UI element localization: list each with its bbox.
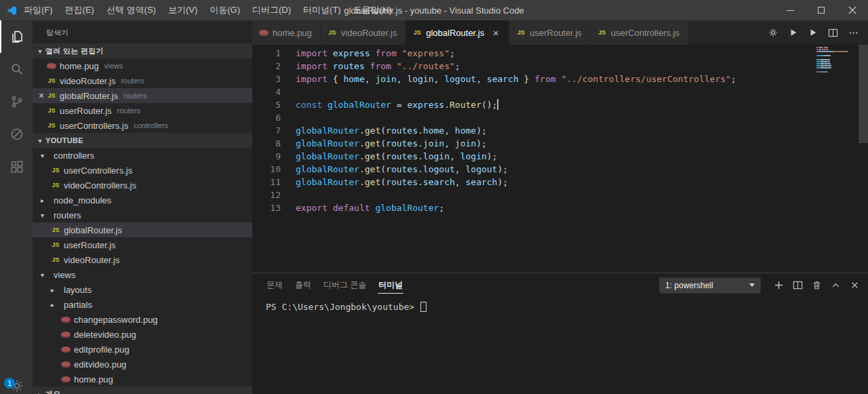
- code-token: globalRouter: [296, 164, 359, 174]
- panel-tab[interactable]: 터미널: [378, 277, 403, 294]
- menu-item[interactable]: 파일(F): [18, 0, 59, 20]
- code-token: {: [328, 74, 343, 84]
- editor-tab[interactable]: JSvideoRouter.js: [321, 20, 406, 45]
- open-editor-item[interactable]: JSuserControllers.jscontrollers: [33, 118, 252, 133]
- maximize-panel-icon[interactable]: [831, 280, 841, 290]
- menu-item[interactable]: 선택 영역(S): [100, 0, 162, 20]
- code-line[interactable]: 2import routes from "../routes";: [252, 60, 868, 73]
- tree-file-item[interactable]: home.pug: [33, 372, 252, 387]
- editor-scrollbar[interactable]: [859, 45, 868, 273]
- tree-folder-item[interactable]: ▾views: [33, 267, 252, 282]
- menu-item[interactable]: 보기(V): [162, 0, 203, 20]
- minimap-segment: [816, 61, 821, 62]
- code-line[interactable]: 8globalRouter.get(routes.join, join);: [252, 137, 868, 150]
- menu-item[interactable]: 디버그(D): [246, 0, 297, 20]
- terminal[interactable]: PS C:\Users\Jongbok\youtube>: [252, 297, 868, 394]
- code-token: search: [487, 74, 519, 84]
- tree-folder-item[interactable]: ▸partials: [33, 297, 252, 312]
- tree-folder-item[interactable]: ▸layouts: [33, 282, 252, 297]
- settings-gear-icon[interactable]: [768, 27, 778, 38]
- tab-label: videoRouter.js: [341, 28, 397, 38]
- extensions-button[interactable]: [0, 151, 33, 183]
- open-editor-item[interactable]: JSuserRouter.jsrouters: [33, 103, 252, 118]
- scrollbar-thumb[interactable]: [859, 45, 868, 143]
- minimize-button[interactable]: [774, 0, 806, 20]
- tree-file-item[interactable]: editprofile.pug: [33, 342, 252, 357]
- panel-tab[interactable]: 문제: [266, 277, 283, 294]
- editor-tab[interactable]: JSuserRouter.js: [509, 20, 591, 45]
- code-token: home: [343, 74, 364, 84]
- menu-item[interactable]: 편집(E): [59, 0, 100, 20]
- debug-button[interactable]: [0, 118, 33, 151]
- code-line[interactable]: 9globalRouter.get(routes.login, login);: [252, 150, 868, 163]
- tree-folder-item[interactable]: ▸node_modules: [33, 193, 252, 208]
- editor-tab[interactable]: home.pug: [252, 20, 321, 45]
- panel-tab[interactable]: 출력: [294, 277, 312, 294]
- terminal-shell-select[interactable]: 1: powershell: [659, 277, 761, 294]
- code-line[interactable]: 12: [252, 189, 868, 201]
- close-icon[interactable]: ×: [491, 27, 500, 39]
- split-terminal-icon[interactable]: [793, 280, 803, 290]
- code-token: .: [418, 177, 423, 187]
- more-actions-icon[interactable]: [848, 28, 859, 38]
- code-token: ,: [444, 138, 455, 149]
- code-token: [397, 48, 402, 58]
- code-token: search: [465, 177, 497, 187]
- tree-file-item[interactable]: JSvideoRouter.js: [33, 252, 252, 267]
- code-line[interactable]: 1import express from "express";: [252, 47, 868, 60]
- outline-header[interactable]: ▸ 개요: [33, 387, 252, 394]
- run-icon[interactable]: [789, 28, 798, 37]
- minimap-segment: [816, 59, 821, 60]
- tree-file-item[interactable]: JSglobalRouter.js: [33, 222, 252, 237]
- minimap-line: [816, 65, 857, 66]
- vscode-window: 파일(F)편집(E)선택 영역(S)보기(V)이동(G)디버그(D)터미널(T)…: [0, 0, 868, 394]
- split-editor-icon[interactable]: [828, 28, 838, 38]
- tree-file-item[interactable]: changepassword.pug: [33, 312, 252, 327]
- code-line[interactable]: 13export default globalRouter;: [252, 201, 868, 214]
- code-token: join: [423, 138, 444, 149]
- tree-item-label: home.pug: [74, 374, 113, 385]
- tree-file-item[interactable]: JSuserControllers.js: [33, 163, 252, 178]
- code-line[interactable]: 10globalRouter.get(routes.logout, logout…: [252, 163, 868, 176]
- tree-folder-item[interactable]: ▾routers: [33, 208, 252, 222]
- tree-file-item[interactable]: deletevideo.pug: [33, 327, 252, 342]
- explorer-button[interactable]: [0, 20, 33, 53]
- code-line[interactable]: 6: [252, 111, 868, 124]
- tree-file-item[interactable]: editvideo.pug: [33, 357, 252, 372]
- menu-item[interactable]: 이동(G): [203, 0, 246, 20]
- tree-file-item[interactable]: JSuserRouter.js: [33, 237, 252, 252]
- editor-tab[interactable]: JSglobalRouter.js×: [406, 20, 509, 45]
- open-editor-detail: views: [104, 62, 123, 70]
- code-line[interactable]: 4: [252, 85, 868, 98]
- code-line[interactable]: 11globalRouter.get(routes.search, search…: [252, 176, 868, 189]
- maximize-button[interactable]: [806, 0, 837, 20]
- menu-item[interactable]: 터미널(T): [297, 0, 347, 20]
- close-button[interactable]: [837, 0, 868, 20]
- source-control-button[interactable]: [0, 85, 33, 118]
- close-icon[interactable]: ×: [36, 90, 47, 101]
- code-line[interactable]: 7globalRouter.get(routes.home, home);: [252, 124, 868, 137]
- code-token: (: [380, 164, 386, 174]
- open-editors-header[interactable]: ▾ 열려 있는 편집기: [33, 43, 252, 58]
- project-root-label: YOUTUBE: [45, 136, 83, 144]
- search-button[interactable]: [0, 53, 33, 85]
- project-root-header[interactable]: ▾ YOUTUBE: [33, 133, 252, 148]
- tree-file-item[interactable]: JSvideoControllers.js: [33, 178, 252, 193]
- code-line[interactable]: 3import { home, join, login, logout, sea…: [252, 73, 868, 85]
- open-editor-item[interactable]: JSvideoRouter.jsrouters: [33, 73, 252, 88]
- code-line[interactable]: 5const globalRouter = express.Router();: [252, 98, 868, 111]
- open-editor-item[interactable]: home.pugviews: [33, 58, 252, 73]
- run-alt-icon[interactable]: [808, 28, 818, 37]
- tree-folder-item[interactable]: ▾controllers: [33, 148, 252, 163]
- manage-button[interactable]: 1: [0, 368, 33, 394]
- panel-tab[interactable]: 디버그 콘솔: [323, 277, 367, 294]
- minimap[interactable]: [816, 47, 857, 73]
- kill-terminal-icon[interactable]: [812, 280, 822, 290]
- code-token: globalRouter: [296, 138, 359, 149]
- code-editor[interactable]: 1import express from "express";2import r…: [252, 45, 868, 273]
- minimap-segment: [827, 47, 828, 48]
- editor-tab[interactable]: JSuserControllers.js: [591, 20, 688, 45]
- close-panel-icon[interactable]: [850, 280, 860, 290]
- open-editor-item[interactable]: ×JSglobalRouter.jsrouters: [33, 88, 252, 103]
- new-terminal-icon[interactable]: [774, 280, 784, 290]
